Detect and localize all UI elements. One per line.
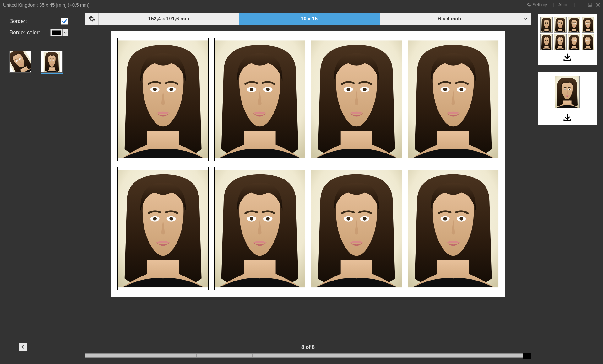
mini-cell xyxy=(582,17,594,33)
slider-ticks xyxy=(85,354,531,357)
border-checkbox[interactable] xyxy=(61,18,68,25)
border-label: Border: xyxy=(9,18,50,24)
face-image xyxy=(215,38,305,161)
chevron-left-icon xyxy=(21,345,24,349)
print-cell[interactable] xyxy=(214,167,305,291)
border-color-row: Border color: xyxy=(9,27,75,38)
settings-link[interactable]: Settings xyxy=(527,2,549,7)
face-image xyxy=(215,167,305,290)
count-slider-row xyxy=(85,353,531,358)
gear-icon xyxy=(527,3,531,7)
mini-cell xyxy=(568,34,580,50)
print-sheet xyxy=(111,31,505,297)
mini-cell xyxy=(568,17,580,33)
border-color-swatch xyxy=(52,30,61,35)
border-row: Border: xyxy=(9,16,75,27)
chevron-down-icon xyxy=(62,29,68,36)
export-single-preview xyxy=(540,74,594,111)
mini-cell xyxy=(555,76,580,108)
chevron-down-icon xyxy=(524,17,527,20)
print-preview xyxy=(85,31,531,340)
size-option-1[interactable]: 10 x 15 xyxy=(239,13,379,25)
minimize-button[interactable] xyxy=(580,3,584,7)
face-image xyxy=(311,38,402,161)
separator: | xyxy=(553,2,554,7)
check-icon xyxy=(62,19,67,24)
source-thumbnails xyxy=(9,51,75,73)
minimize-icon xyxy=(580,3,584,7)
size-more-button[interactable] xyxy=(520,13,531,25)
mini-cell xyxy=(540,34,553,50)
left-panel: Border: Border color: xyxy=(0,9,85,364)
print-size-bar: 152,4 x 101,6 mm 10 x 15 6 x 4 inch xyxy=(85,13,531,25)
about-link[interactable]: About xyxy=(558,2,570,7)
export-single-card xyxy=(538,72,597,125)
print-cell[interactable] xyxy=(117,167,209,291)
face-image xyxy=(118,167,208,290)
size-option-2[interactable]: 6 x 4 inch xyxy=(380,13,520,25)
center-panel: 152,4 x 101,6 mm 10 x 15 6 x 4 inch 8 of… xyxy=(85,9,531,364)
prev-page-button[interactable] xyxy=(19,343,27,351)
download-single-button[interactable] xyxy=(540,114,594,122)
svg-rect-5 xyxy=(580,6,584,6)
print-cell[interactable] xyxy=(214,38,305,161)
close-icon xyxy=(596,3,600,7)
mini-cell xyxy=(582,34,594,50)
count-slider[interactable] xyxy=(85,353,531,358)
face-image xyxy=(9,51,31,73)
export-sheet-card xyxy=(538,14,597,65)
photo-counter: 8 of 8 xyxy=(85,345,531,350)
window-controls: Settings | About | xyxy=(527,2,600,7)
title-bar: United Kingdom: 35 x 45 [mm] (+0,5 mm) S… xyxy=(0,0,603,9)
face-image xyxy=(311,167,402,290)
size-option-0[interactable]: 152,4 x 101,6 mm xyxy=(99,13,239,25)
face-image xyxy=(408,167,498,290)
border-color-label: Border color: xyxy=(9,29,50,36)
print-cell[interactable] xyxy=(117,38,209,161)
download-icon xyxy=(562,53,572,62)
download-sheet-button[interactable] xyxy=(540,53,594,62)
download-icon xyxy=(562,114,572,122)
separator: | xyxy=(574,2,575,7)
maximize-button[interactable] xyxy=(588,3,592,7)
print-cell[interactable] xyxy=(311,167,402,291)
border-color-select[interactable] xyxy=(50,29,68,36)
print-settings-button[interactable] xyxy=(85,13,99,25)
right-panel xyxy=(531,9,603,364)
face-image xyxy=(408,38,498,161)
gear-icon xyxy=(88,15,95,22)
thumbnail-original[interactable] xyxy=(9,51,31,73)
face-image xyxy=(118,38,208,161)
slider-handle[interactable] xyxy=(523,353,531,359)
window-title: United Kingdom: 35 x 45 [mm] (+0,5 mm) xyxy=(3,2,90,8)
maximize-icon xyxy=(588,3,592,7)
print-cell[interactable] xyxy=(408,38,499,161)
close-button[interactable] xyxy=(596,3,600,7)
print-cell[interactable] xyxy=(408,167,499,291)
mini-cell xyxy=(554,17,567,33)
thumbnail-cropped[interactable] xyxy=(41,51,63,73)
face-image xyxy=(41,51,62,72)
print-cell[interactable] xyxy=(311,38,402,161)
mini-cell xyxy=(554,34,567,50)
export-sheet-preview xyxy=(540,17,594,50)
mini-cell xyxy=(540,17,553,33)
